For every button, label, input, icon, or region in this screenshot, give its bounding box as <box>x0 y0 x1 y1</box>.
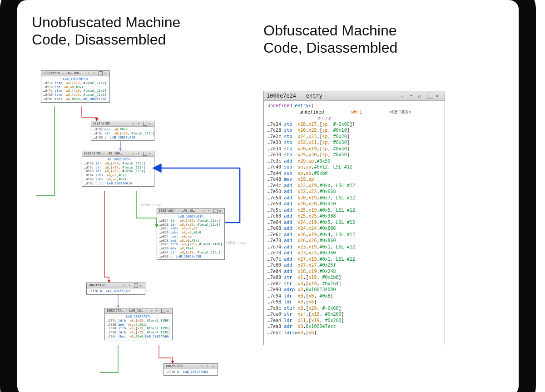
instruction-row: …7e94 ldr x8,[x8, #0x8] <box>268 293 441 299</box>
instruction-row: …7e98 ldr x8,[x8] <box>268 299 441 305</box>
instruction-row: …7e9c stur x8,[x29, #-0x60] <box>268 305 441 312</box>
instruction-row: …7e44 sub sp,sp,#0xb0 <box>268 170 441 177</box>
instruction-row: …7e58 add x20,x20,#0xd10 <box>268 201 441 207</box>
instruction-rows: …7e24 stp x28,x27,[sp, #-0x60]!…7e28 stp… <box>268 121 441 336</box>
titlebar-title: 1000e7e24 – entry <box>267 93 322 99</box>
instruction-row: …7e48 mov x19,sp <box>268 176 441 183</box>
instruction-row: …7e84 add x28,x19,#0x248 <box>268 268 441 275</box>
instruction-row: …7e74 add x23,x19,#0x1, LSL #12 <box>268 244 441 250</box>
obf-body: undefined entry() undefined w0:1 <RETURN… <box>264 101 445 337</box>
instruction-row: …7e30 stp x22,x21,[sp, #0x30] <box>268 139 441 146</box>
instruction-row: …7e78 add x23,x23,#0x360 <box>268 250 441 256</box>
heading-obfuscated: Obfuscated Machine Code, Disassembled <box>263 22 436 57</box>
instruction-row: …7e6c add x26,x19,#0x4, LSL #12 <box>268 232 441 238</box>
edit-icon[interactable] <box>401 93 407 99</box>
instruction-row: …7e8c str w0,[x19, #0x1b4] <box>268 281 441 287</box>
function-signature: undefined entry() <box>268 103 441 109</box>
instruction-row: …7e70 add x26,x26,#0x860 <box>268 238 441 244</box>
instruction-row: …7e40 sub sp,sp,#0x12, LSL #12 <box>268 164 441 170</box>
maximize-icon[interactable] <box>427 93 433 99</box>
instruction-row: …7e60 add x25,x25,#0x988 <box>268 213 441 219</box>
instruction-row: …7e64 add x24,x19,#0x5, LSL #12 <box>268 219 441 226</box>
instruction-row: …7ea4 ldr x11,[x19, #0x200] <box>268 318 441 324</box>
instruction-row: …7e24 stp x28,x27,[sp, #-0x60]! <box>268 121 441 128</box>
instruction-row: …7e34 stp x20,x19,[sp, #0x40] <box>268 146 441 152</box>
instruction-row: …7e38 stp x29,x30,[sp, #0x50] <box>268 152 441 158</box>
obfuscated-listing-window[interactable]: 1000e7e24 – entry • undefined entry() un… <box>263 91 445 345</box>
instruction-row: …7e3c add x29,sp,#0x50 <box>268 158 441 164</box>
instruction-row: …7eac ldrswx9,[x8] <box>268 330 441 336</box>
close-icon[interactable] <box>436 93 442 99</box>
instruction-row: …7e54 add x20,x19,#0x7, LSL #12 <box>268 195 441 201</box>
instruction-row: …7e88 str x1,[x19, #0x1b8] <box>268 274 441 281</box>
instruction-row: …7e2c stp x24,x23,[sp, #0x20] <box>268 134 441 140</box>
instruction-row: …7e50 add x22,x22,#0x668 <box>268 189 441 195</box>
return-line: undefined w0:1 <RETURN> <box>299 109 441 115</box>
instruction-row: …7e4c add x22,x19,#0xd, LSL #12 <box>268 183 441 189</box>
cfg-edges <box>27 14 263 386</box>
instruction-row: …7e5c add x25,x19,#0x5, LSL #12 <box>268 207 441 213</box>
entry-label: entry <box>317 115 441 121</box>
instruction-row: …7e28 stp x26,x25,[sp, #0x10] <box>268 127 441 134</box>
instruction-row: …7ea8 adr x8,0x1000e7ecc <box>268 323 441 330</box>
instruction-row: …7e90 adrp x8,0x100134000 <box>268 287 441 293</box>
obf-titlebar[interactable]: 1000e7e24 – entry • <box>264 91 445 101</box>
instruction-row: …7e7c add x27,x19,#0x1, LSL #12 <box>268 256 441 263</box>
instruction-row: …7e68 add x24,x24,#0x886 <box>268 225 441 232</box>
printer-icon[interactable] <box>418 93 425 99</box>
dot-icon[interactable]: • <box>410 93 416 99</box>
content-area: Unobfuscated Machine Code, Disassembled … <box>27 14 527 386</box>
instruction-row: …7e80 add x27,x27,#0x25f <box>268 262 441 268</box>
instruction-row: …7ea0 str xzr,[x19, #0x200] <box>268 311 441 318</box>
